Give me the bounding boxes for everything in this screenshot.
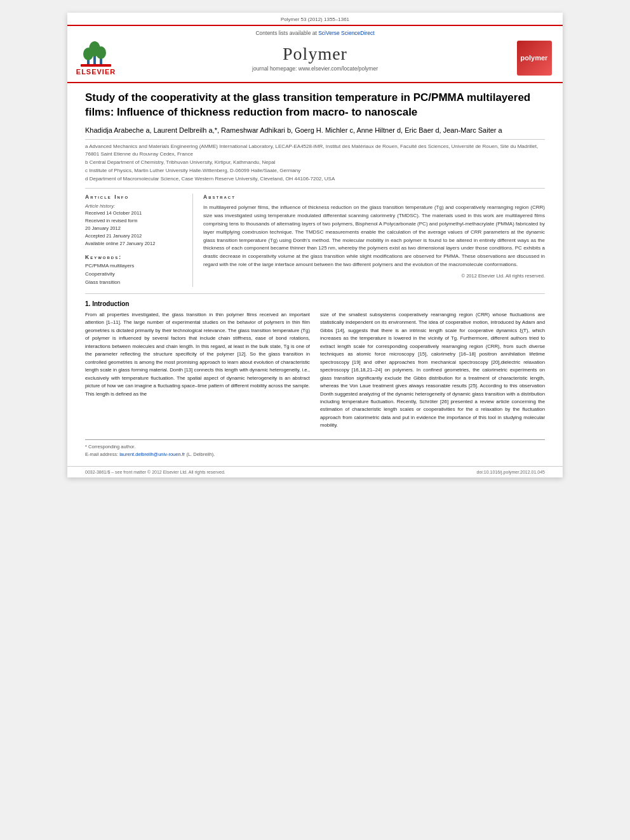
contents-line: Contents lists available at SciVerse Sci… [74, 30, 556, 36]
keyword-3: Glass transition [85, 279, 186, 287]
email-link[interactable]: laurent.delbreilh@univ-rouen.fr [119, 451, 185, 457]
header-inner: ELSEVIER Polymer journal homepage: www.e… [74, 39, 556, 78]
email-line: E-mail address: laurent.delbreilh@univ-r… [85, 451, 545, 458]
footer-bar: 0032-3861/$ – see front matter © 2012 El… [67, 466, 563, 477]
info-abstract-section: Article Info Article history: Received 1… [85, 188, 545, 286]
abstract-box: Abstract In multilayered polymer films, … [203, 194, 545, 286]
sciverse-link[interactable]: SciVerse ScienceDirect [318, 30, 374, 36]
revised-date: 20 January 2012 [85, 225, 186, 232]
abstract-text: In multilayered polymer films, the influ… [203, 204, 545, 269]
article-dates: Received 14 October 2011 Received in rev… [85, 210, 186, 248]
article-page: Polymer 53 (2012) 1355–1361 Contents lis… [67, 13, 563, 477]
journal-volume: Polymer 53 (2012) 1355–1361 [281, 17, 349, 22]
polymer-logo-box: polymer [512, 41, 556, 76]
intro-para-1: From all properties investigated, the gl… [85, 311, 310, 398]
body-col-right: size of the smallest subsystems cooperat… [320, 311, 545, 433]
header-banner: Contents lists available at SciVerse Sci… [67, 26, 563, 83]
journal-center: Polymer journal homepage: www.elsevier.c… [118, 44, 512, 72]
accepted-date: Accepted 21 January 2012 [85, 232, 186, 240]
affiliation-b: b Central Department of Chemistry, Tribh… [85, 159, 545, 166]
footnote-area: * Corresponding author. E-mail address: … [85, 439, 545, 458]
body-col-left: From all properties investigated, the gl… [85, 311, 310, 433]
article-info-box: Article Info Article history: Received 1… [85, 194, 193, 286]
journal-title: Polymer [118, 44, 512, 64]
affiliation-c: c Institute of Physics, Martin Luther Un… [85, 167, 545, 175]
journal-homepage: journal homepage: www.elsevier.com/locat… [118, 65, 512, 72]
keyword-2: Cooperativity [85, 270, 186, 279]
authors-text: Khadidja Arabeche a, Laurent Delbreilh a… [85, 126, 502, 134]
authors-line: Khadidja Arabeche a, Laurent Delbreilh a… [85, 125, 545, 137]
keywords-title: Keywords: [85, 254, 186, 260]
section-title: Introduction [92, 300, 129, 307]
corresponding-author: * Corresponding author. [85, 443, 545, 451]
keyword-1: PC/PMMA multilayers [85, 262, 186, 270]
section-number: 1. [85, 300, 90, 307]
body-two-col: From all properties investigated, the gl… [85, 311, 545, 433]
section-heading: 1. Introduction [85, 300, 545, 307]
introduction-section: 1. Introduction From all properties inve… [85, 300, 545, 433]
received-date: Received 14 October 2011 [85, 210, 186, 217]
email-label: E-mail address: [85, 451, 118, 457]
copyright: © 2012 Elsevier Ltd. All rights reserved… [203, 273, 545, 279]
elsevier-tree-icon [81, 40, 111, 67]
issn-text: 0032-3861/$ – see front matter © 2012 El… [85, 470, 225, 474]
journal-header: Polymer 53 (2012) 1355–1361 [67, 13, 563, 26]
polymer-logo: polymer [517, 41, 552, 76]
elsevier-logo: ELSEVIER [74, 40, 118, 76]
article-info-title: Article Info [85, 194, 186, 200]
volume-info: Polymer 53 (2012) 1355–1361 [74, 17, 556, 22]
revised-label: Received in revised form [85, 217, 186, 225]
doi-text: doi:10.1016/j.polymer.2012.01.045 [477, 470, 545, 474]
affiliation-a: a Advanced Mechanics and Materials Engin… [85, 143, 545, 158]
email-suffix: (L. Delbreilh). [186, 451, 215, 457]
svg-rect-6 [81, 64, 111, 67]
section-divider [85, 293, 545, 294]
affiliation-d: d Department of Macromolecular Science, … [85, 175, 545, 183]
history-label: Article history: [85, 203, 186, 209]
intro-para-2: size of the smallest subsystems cooperat… [320, 311, 545, 430]
affiliations: a Advanced Mechanics and Materials Engin… [85, 139, 545, 183]
abstract-title: Abstract [203, 194, 545, 200]
svg-point-5 [96, 46, 106, 59]
elsevier-label: ELSEVIER [76, 68, 116, 76]
article-title: Study of the cooperativity at the glass … [85, 91, 545, 120]
keywords-list: PC/PMMA multilayers Cooperativity Glass … [85, 262, 186, 286]
article-content: Study of the cooperativity at the glass … [67, 83, 563, 466]
available-date: Available online 27 January 2012 [85, 240, 186, 248]
